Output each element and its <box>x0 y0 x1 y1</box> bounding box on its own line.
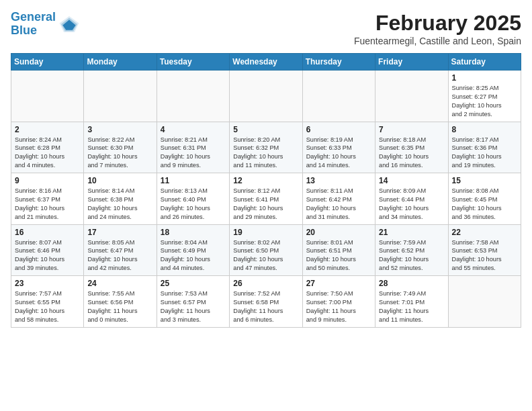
weekday-header-cell: Tuesday <box>157 54 229 71</box>
calendar-day-cell: 4Sunrise: 8:21 AM Sunset: 6:31 PM Daylig… <box>157 122 229 173</box>
calendar-week-row: 23Sunrise: 7:57 AM Sunset: 6:55 PM Dayli… <box>11 276 521 328</box>
day-number: 12 <box>233 176 298 185</box>
day-info: Sunrise: 8:16 AM Sunset: 6:37 PM Dayligh… <box>15 187 80 222</box>
calendar-day-cell: 27Sunrise: 7:50 AM Sunset: 7:00 PM Dayli… <box>302 276 375 328</box>
calendar-week-row: 16Sunrise: 8:07 AM Sunset: 6:46 PM Dayli… <box>11 224 521 276</box>
calendar-day-cell: 28Sunrise: 7:49 AM Sunset: 7:01 PM Dayli… <box>375 276 448 328</box>
calendar-day-cell: 9Sunrise: 8:16 AM Sunset: 6:37 PM Daylig… <box>11 173 84 225</box>
day-info: Sunrise: 8:21 AM Sunset: 6:31 PM Dayligh… <box>161 136 226 171</box>
weekday-header-cell: Monday <box>84 54 157 71</box>
logo-text: GeneralBlue <box>11 11 56 38</box>
day-info: Sunrise: 7:53 AM Sunset: 6:57 PM Dayligh… <box>161 289 226 324</box>
day-number: 18 <box>161 228 226 237</box>
day-number: 8 <box>452 125 517 134</box>
calendar-day-cell <box>448 276 521 328</box>
day-info: Sunrise: 7:59 AM Sunset: 6:52 PM Dayligh… <box>379 238 444 273</box>
calendar-day-cell: 25Sunrise: 7:53 AM Sunset: 6:57 PM Dayli… <box>157 276 229 328</box>
day-info: Sunrise: 8:02 AM Sunset: 6:50 PM Dayligh… <box>233 238 298 273</box>
day-number: 14 <box>379 176 444 185</box>
weekday-header-row: SundayMondayTuesdayWednesdayThursdayFrid… <box>11 54 521 71</box>
day-number: 9 <box>15 176 80 185</box>
calendar-day-cell: 23Sunrise: 7:57 AM Sunset: 6:55 PM Dayli… <box>11 276 84 328</box>
calendar-week-row: 9Sunrise: 8:16 AM Sunset: 6:37 PM Daylig… <box>11 173 521 225</box>
day-info: Sunrise: 8:11 AM Sunset: 6:42 PM Dayligh… <box>306 187 371 222</box>
calendar-day-cell: 12Sunrise: 8:12 AM Sunset: 6:41 PM Dayli… <box>230 173 302 225</box>
day-number: 4 <box>161 125 226 134</box>
day-info: Sunrise: 8:24 AM Sunset: 6:28 PM Dayligh… <box>15 136 80 171</box>
day-info: Sunrise: 8:12 AM Sunset: 6:41 PM Dayligh… <box>233 187 298 222</box>
calendar-day-cell <box>11 71 84 122</box>
calendar-day-cell: 14Sunrise: 8:09 AM Sunset: 6:44 PM Dayli… <box>375 173 448 225</box>
page-header: GeneralBlue February 2025 Fuentearmegil,… <box>11 11 521 46</box>
day-info: Sunrise: 8:22 AM Sunset: 6:30 PM Dayligh… <box>87 136 152 171</box>
day-number: 25 <box>161 279 226 288</box>
day-info: Sunrise: 7:57 AM Sunset: 6:55 PM Dayligh… <box>15 289 80 324</box>
calendar-week-row: 2Sunrise: 8:24 AM Sunset: 6:28 PM Daylig… <box>11 122 521 173</box>
day-number: 17 <box>87 228 152 237</box>
calendar-day-cell: 15Sunrise: 8:08 AM Sunset: 6:45 PM Dayli… <box>448 173 521 225</box>
calendar-day-cell: 6Sunrise: 8:19 AM Sunset: 6:33 PM Daylig… <box>302 122 375 173</box>
day-number: 16 <box>15 228 80 237</box>
day-number: 23 <box>15 279 80 288</box>
calendar-day-cell: 11Sunrise: 8:13 AM Sunset: 6:40 PM Dayli… <box>157 173 229 225</box>
calendar-day-cell <box>302 71 375 122</box>
day-number: 5 <box>233 125 298 134</box>
calendar-day-cell: 2Sunrise: 8:24 AM Sunset: 6:28 PM Daylig… <box>11 122 84 173</box>
day-info: Sunrise: 7:52 AM Sunset: 6:58 PM Dayligh… <box>233 289 298 324</box>
day-info: Sunrise: 8:19 AM Sunset: 6:33 PM Dayligh… <box>306 136 371 171</box>
calendar-day-cell: 22Sunrise: 7:58 AM Sunset: 6:53 PM Dayli… <box>448 224 521 276</box>
day-number: 27 <box>306 279 371 288</box>
calendar-day-cell: 3Sunrise: 8:22 AM Sunset: 6:30 PM Daylig… <box>84 122 157 173</box>
weekday-header-cell: Friday <box>375 54 448 71</box>
calendar-day-cell: 20Sunrise: 8:01 AM Sunset: 6:51 PM Dayli… <box>302 224 375 276</box>
calendar-day-cell: 8Sunrise: 8:17 AM Sunset: 6:36 PM Daylig… <box>448 122 521 173</box>
day-number: 15 <box>452 176 517 185</box>
calendar-day-cell: 18Sunrise: 8:04 AM Sunset: 6:49 PM Dayli… <box>157 224 229 276</box>
calendar-week-row: 1Sunrise: 8:25 AM Sunset: 6:27 PM Daylig… <box>11 71 521 122</box>
calendar-day-cell <box>375 71 448 122</box>
month-title: February 2025 <box>354 11 521 36</box>
day-info: Sunrise: 8:18 AM Sunset: 6:35 PM Dayligh… <box>379 136 444 171</box>
day-info: Sunrise: 8:14 AM Sunset: 6:38 PM Dayligh… <box>87 187 152 222</box>
logo: GeneralBlue <box>11 11 80 38</box>
logo-icon <box>58 13 80 35</box>
calendar-table: SundayMondayTuesdayWednesdayThursdayFrid… <box>11 53 521 328</box>
day-info: Sunrise: 8:04 AM Sunset: 6:49 PM Dayligh… <box>161 238 226 273</box>
day-info: Sunrise: 7:58 AM Sunset: 6:53 PM Dayligh… <box>452 238 517 273</box>
day-number: 19 <box>233 228 298 237</box>
calendar-day-cell <box>157 71 229 122</box>
weekday-header-cell: Thursday <box>302 54 375 71</box>
day-info: Sunrise: 8:20 AM Sunset: 6:32 PM Dayligh… <box>233 136 298 171</box>
day-info: Sunrise: 8:17 AM Sunset: 6:36 PM Dayligh… <box>452 136 517 171</box>
calendar-day-cell: 5Sunrise: 8:20 AM Sunset: 6:32 PM Daylig… <box>230 122 302 173</box>
title-area: February 2025 Fuentearmegil, Castille an… <box>354 11 521 46</box>
calendar-day-cell: 19Sunrise: 8:02 AM Sunset: 6:50 PM Dayli… <box>230 224 302 276</box>
day-info: Sunrise: 8:13 AM Sunset: 6:40 PM Dayligh… <box>161 187 226 222</box>
calendar-body: 1Sunrise: 8:25 AM Sunset: 6:27 PM Daylig… <box>11 71 521 328</box>
day-number: 10 <box>87 176 152 185</box>
day-number: 26 <box>233 279 298 288</box>
day-number: 13 <box>306 176 371 185</box>
day-number: 22 <box>452 228 517 237</box>
weekday-header-cell: Wednesday <box>230 54 302 71</box>
calendar-day-cell <box>230 71 302 122</box>
weekday-header-cell: Saturday <box>448 54 521 71</box>
day-info: Sunrise: 8:05 AM Sunset: 6:47 PM Dayligh… <box>87 238 152 273</box>
calendar-day-cell: 26Sunrise: 7:52 AM Sunset: 6:58 PM Dayli… <box>230 276 302 328</box>
day-number: 21 <box>379 228 444 237</box>
calendar-day-cell: 7Sunrise: 8:18 AM Sunset: 6:35 PM Daylig… <box>375 122 448 173</box>
day-info: Sunrise: 8:08 AM Sunset: 6:45 PM Dayligh… <box>452 187 517 222</box>
calendar-day-cell: 10Sunrise: 8:14 AM Sunset: 6:38 PM Dayli… <box>84 173 157 225</box>
calendar-day-cell: 24Sunrise: 7:55 AM Sunset: 6:56 PM Dayli… <box>84 276 157 328</box>
calendar-day-cell <box>84 71 157 122</box>
calendar-day-cell: 21Sunrise: 7:59 AM Sunset: 6:52 PM Dayli… <box>375 224 448 276</box>
location-title: Fuentearmegil, Castille and Leon, Spain <box>354 36 521 46</box>
day-number: 6 <box>306 125 371 134</box>
day-number: 2 <box>15 125 80 134</box>
day-info: Sunrise: 7:50 AM Sunset: 7:00 PM Dayligh… <box>306 289 371 324</box>
day-info: Sunrise: 7:49 AM Sunset: 7:01 PM Dayligh… <box>379 289 444 324</box>
day-info: Sunrise: 8:25 AM Sunset: 6:27 PM Dayligh… <box>452 84 517 119</box>
day-number: 1 <box>452 73 517 83</box>
calendar-day-cell: 1Sunrise: 8:25 AM Sunset: 6:27 PM Daylig… <box>448 71 521 122</box>
calendar-day-cell: 16Sunrise: 8:07 AM Sunset: 6:46 PM Dayli… <box>11 224 84 276</box>
